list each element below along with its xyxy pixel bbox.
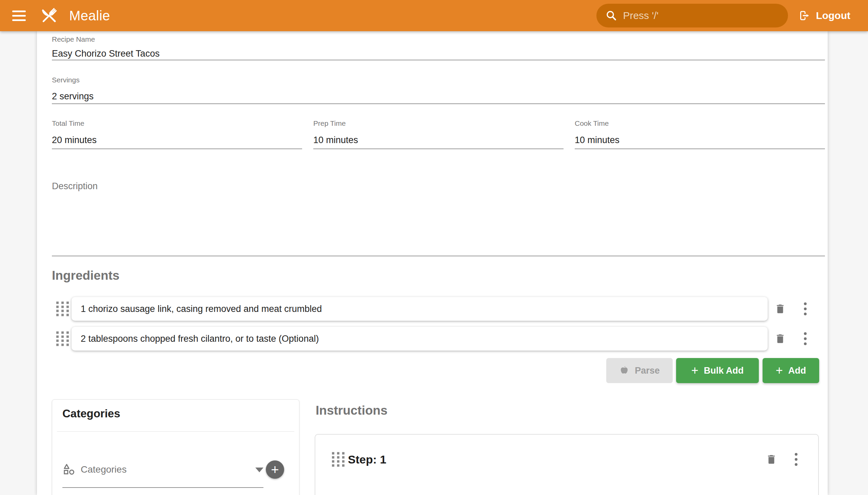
kebab-icon [795,453,798,466]
categories-card: Categories Categories + [52,399,300,495]
parse-button[interactable]: Parse [606,358,673,383]
step-title: Step: 1 [348,453,386,466]
logout-label: Logout [816,10,850,21]
apple-icon [619,365,629,376]
times-row: Total Time 20 minutes Prep Time 10 minut… [52,119,825,149]
ingredient-menu-button[interactable] [804,303,806,315]
cook-time-label: Cook Time [575,119,825,127]
mealie-logo-icon [39,5,60,26]
bulk-add-label: Bulk Add [704,365,744,376]
prep-time-field: Prep Time 10 minutes [313,119,563,149]
recipe-name-label: Recipe Name [52,35,825,44]
add-label: Add [788,365,806,376]
step-menu-button[interactable] [795,453,798,466]
trash-icon [775,333,786,344]
trash-icon [766,454,777,465]
prep-time-label: Prep Time [313,119,563,127]
delete-ingredient-button[interactable] [775,333,786,344]
trash-icon [775,303,786,314]
search-placeholder: Press '/' [623,10,659,21]
drag-handle-icon[interactable] [56,302,69,316]
servings-input[interactable]: 2 servings [52,90,825,102]
total-time-field: Total Time 20 minutes [52,119,302,149]
prep-time-input[interactable]: 10 minutes [313,134,563,146]
ingredient-row: 1 chorizo sausage link, casing removed a… [37,297,828,321]
ingredients-heading: Ingredients [52,269,119,283]
add-button[interactable]: + Add [763,358,819,383]
categories-select-placeholder: Categories [81,464,126,475]
chevron-down-icon [255,467,263,472]
total-time-label: Total Time [52,119,302,127]
bulk-add-button[interactable]: + Bulk Add [676,358,759,383]
plus-icon: + [691,364,698,377]
step-header: Step: 1 [315,448,818,471]
delete-ingredient-button[interactable] [775,303,786,314]
divider [57,431,294,432]
description-textarea[interactable] [52,256,825,256]
ingredient-input[interactable]: 1 chorizo sausage link, casing removed a… [71,297,768,321]
delete-step-button[interactable] [766,454,777,465]
logout-icon [798,10,810,22]
ingredient-input[interactable]: 2 tablespoons chopped fresh cilantro, or… [71,327,768,351]
add-category-button[interactable]: + [266,460,284,479]
kebab-icon [804,332,806,345]
servings-label: Servings [52,76,825,84]
servings-field: Servings 2 servings [52,76,825,104]
plus-icon: + [776,364,783,377]
categories-title: Categories [62,407,120,420]
description-label: Description [52,181,98,191]
ingredient-row: 2 tablespoons chopped fresh cilantro, or… [37,327,828,351]
search-icon [605,10,617,22]
recipe-name-field: Recipe Name Easy Chorizo Street Tacos [52,35,825,61]
instructions-heading: Instructions [316,404,388,418]
logout-button[interactable]: Logout [798,10,850,22]
select-underline [62,487,263,488]
drag-handle-icon[interactable] [56,331,69,346]
plus-icon: + [271,462,279,477]
recipe-name-input[interactable]: Easy Chorizo Street Tacos [52,48,825,60]
cook-time-input[interactable]: 10 minutes [575,134,825,146]
hamburger-menu-icon[interactable] [9,5,29,26]
shapes-icon [62,463,76,476]
kebab-icon [804,303,806,315]
parse-label: Parse [635,365,660,376]
instruction-step-card: Step: 1 Combine crumbled chorizo and chi… [314,434,819,495]
total-time-input[interactable]: 20 minutes [52,134,302,146]
app-header: Mealie Press '/' Logout [0,0,868,31]
app-title: Mealie [69,8,110,23]
ingredient-actions: Parse + Bulk Add + Add [37,358,828,383]
cook-time-field: Cook Time 10 minutes [575,119,825,149]
ingredient-menu-button[interactable] [804,332,806,345]
drag-handle-icon[interactable] [332,452,344,467]
categories-select[interactable]: Categories [62,460,263,479]
recipe-editor-card: Recipe Name Easy Chorizo Street Tacos Se… [37,31,828,495]
search-input[interactable]: Press '/' [596,4,788,28]
